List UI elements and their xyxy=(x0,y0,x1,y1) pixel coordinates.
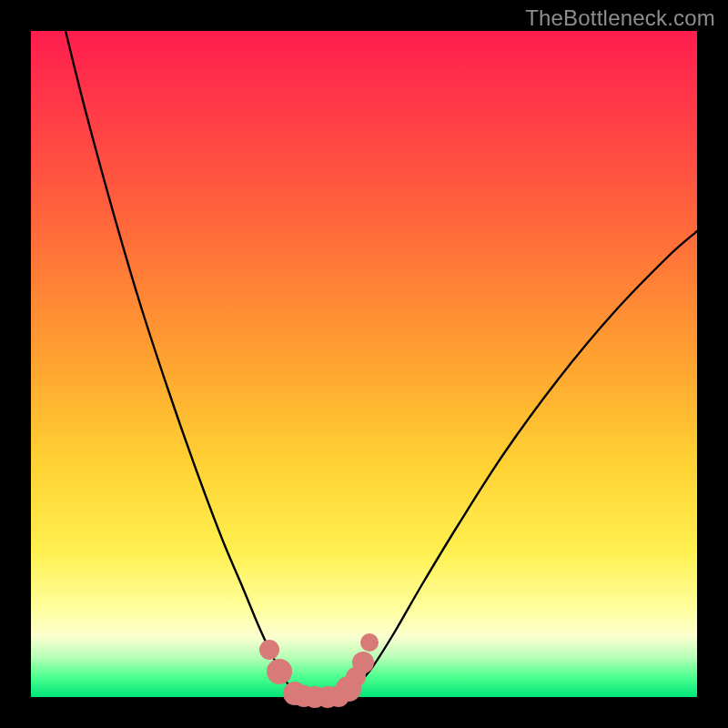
watermark-text: TheBottleneck.com xyxy=(525,5,715,31)
curve-dot xyxy=(352,652,374,673)
curve-dot xyxy=(360,633,379,652)
chart-frame: TheBottleneck.com xyxy=(0,0,728,728)
plot-area xyxy=(31,31,697,697)
bottleneck-curve xyxy=(66,31,697,698)
curve-dot xyxy=(267,659,292,684)
curve-svg xyxy=(31,31,697,697)
bottom-dot-cluster xyxy=(259,633,379,708)
curve-dot xyxy=(259,640,279,660)
